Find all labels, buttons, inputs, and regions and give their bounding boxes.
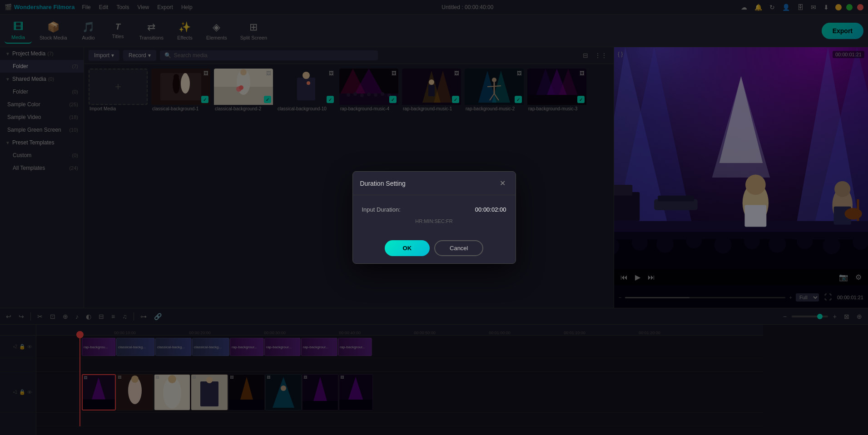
duration-dialog: Duration Setting ✕ Input Duration: 00:00… [352, 171, 516, 264]
dialog-format-hint: HR:MIN:SEC:FR [362, 218, 506, 224]
dialog-cancel-button[interactable]: Cancel [434, 240, 483, 256]
dialog-body: Input Duration: 00:00:02:00 HR:MIN:SEC:F… [353, 195, 516, 235]
dialog-close-button[interactable]: ✕ [497, 178, 508, 188]
dialog-header: Duration Setting ✕ [353, 172, 516, 195]
dialog-input-duration-value[interactable]: 00:00:02:00 [475, 206, 506, 213]
dialog-title: Duration Setting [360, 180, 406, 187]
dialog-footer: OK Cancel [353, 235, 516, 263]
dialog-input-duration-label: Input Duration: [362, 206, 401, 213]
dialog-ok-button[interactable]: OK [385, 240, 430, 256]
dialog-overlay: Duration Setting ✕ Input Duration: 00:00… [0, 0, 868, 435]
dialog-duration-row: Input Duration: 00:00:02:00 [362, 206, 506, 213]
